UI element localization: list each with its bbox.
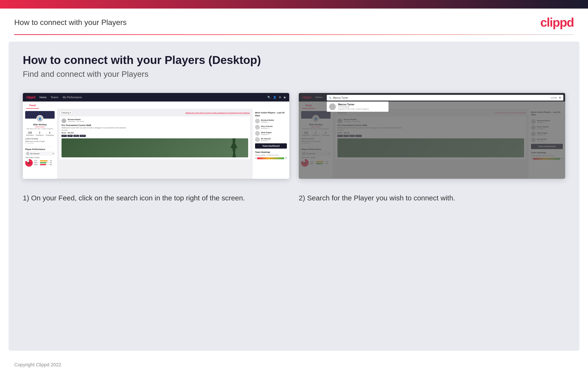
activity-avatar bbox=[61, 118, 66, 123]
control-link[interactable]: Walking the course with my coach to buil… bbox=[185, 112, 250, 114]
main-content: How to connect with your Players (Deskto… bbox=[9, 42, 579, 351]
activity-card: Richard Butler Yesterday · The Grove Pre… bbox=[60, 117, 250, 159]
following-button[interactable]: Following ▾ bbox=[60, 111, 73, 115]
activity-user-name: Richard Butler bbox=[68, 118, 84, 120]
search-overlay: 🔍 Marcus Turner CLEAR ✕ Marcus Turner 1.… bbox=[325, 94, 565, 113]
app-body-1: 👤 Blair McHarg Golf Coach Mill Ride Golf… bbox=[23, 109, 289, 179]
captions-row: 1) On your Feed, click on the search ico… bbox=[23, 193, 565, 203]
chevron-down-icon: ▾ bbox=[70, 112, 71, 114]
nav-icons: 🔍 👤 ⚙ ◉ bbox=[267, 96, 286, 99]
top-bar bbox=[0, 0, 588, 9]
activity-duration: 02 hr : 00 min bbox=[61, 132, 248, 134]
latest-activity: Latest Activity Afternoon round of golf … bbox=[25, 138, 55, 144]
screenshot-2: clippd Home Teams My Performance 🔍 👤 ⚙ ◉ bbox=[299, 93, 565, 179]
player-name-1: Richard Butler bbox=[261, 119, 274, 121]
nav-my-performance[interactable]: My Performance bbox=[63, 96, 82, 99]
score-circle: 84 bbox=[25, 159, 33, 167]
search-icon-overlay: 🔍 bbox=[329, 97, 332, 99]
stat-following: 4 Following bbox=[46, 131, 54, 136]
app-mockup-2: clippd Home Teams My Performance 🔍 👤 ⚙ ◉ bbox=[299, 93, 565, 179]
player-name-4: Eli Vincent bbox=[261, 138, 271, 140]
result-club: Cypress Point Club, United Kingdom bbox=[338, 108, 369, 110]
search-query[interactable]: Marcus Turner bbox=[333, 97, 549, 99]
right-panel-1: Most Active Players - Last 30 days Richa… bbox=[253, 109, 289, 179]
clear-button[interactable]: CLEAR bbox=[551, 97, 557, 99]
player-performance-section: Player Performance Eli Vincent ▾ Total P… bbox=[25, 147, 55, 167]
close-icon[interactable]: ✕ bbox=[559, 96, 562, 100]
result-info: Marcus Turner 1.5 Handicap Cypress Point… bbox=[338, 103, 369, 110]
footer: Copyright Clippd 2022 bbox=[0, 357, 588, 368]
page-title: How to connect with your Players bbox=[14, 18, 127, 27]
following-row: Following ▾ Walking the course with my c… bbox=[60, 111, 250, 115]
bar-arg: ARG 64 bbox=[34, 164, 52, 166]
caption-1: 1) On your Feed, click on the search ico… bbox=[23, 193, 289, 203]
main-title: How to connect with your Players (Deskto… bbox=[23, 54, 565, 66]
caption-2: 2) Search for the Player you wish to con… bbox=[299, 193, 565, 203]
golfer-silhouette bbox=[227, 138, 241, 157]
screenshots-row: clippd Home Teams My Performance 🔍 👤 ⚙ ◉… bbox=[23, 93, 565, 179]
player-activities-2: Activities: 4 bbox=[261, 128, 272, 129]
header-divider bbox=[14, 34, 574, 35]
result-name: Marcus Turner bbox=[338, 103, 369, 106]
player-info-2: Piers Parnell Activities: 4 bbox=[261, 125, 272, 129]
player-dropdown[interactable]: Eli Vincent ▾ bbox=[25, 151, 55, 156]
avatar-icon[interactable]: ◉ bbox=[284, 96, 286, 99]
left-panel-1: 👤 Blair McHarg Golf Coach Mill Ride Golf… bbox=[23, 109, 57, 179]
player-avatar-2 bbox=[255, 125, 260, 129]
nav-teams[interactable]: Teams bbox=[51, 96, 58, 99]
activity-user-info: Richard Butler Yesterday · The Grove bbox=[68, 118, 84, 123]
app-nav-1: clippd Home Teams My Performance 🔍 👤 ⚙ ◉ bbox=[23, 93, 289, 101]
player-list-item-4: Eli Vincent Activities: 1 bbox=[255, 137, 287, 142]
player-list-item-1: Richard Butler Activities: 7 bbox=[255, 119, 287, 123]
bar-app: APP 70 bbox=[34, 162, 52, 164]
heatmap-bar bbox=[257, 157, 284, 159]
stat-activities: 129 Activities bbox=[26, 131, 34, 136]
feed-tab[interactable]: Feed bbox=[26, 102, 39, 109]
player-name-3: Hiral Pujara bbox=[261, 131, 272, 134]
player-avatar-1 bbox=[255, 119, 260, 123]
result-handicap: 1.5 Handicap bbox=[338, 106, 369, 108]
player-list-item-3: Hiral Pujara Activities: 3 bbox=[255, 131, 287, 136]
player-activities-3: Activities: 3 bbox=[261, 134, 272, 135]
search-icon[interactable]: 🔍 bbox=[267, 96, 271, 99]
quality-title: Total Player Quality bbox=[25, 157, 55, 158]
activity-date: Yesterday · The Grove bbox=[68, 120, 84, 122]
tag-putt: PUTT bbox=[79, 135, 86, 137]
performance-bars: OTT 79 APP 70 bbox=[34, 160, 52, 166]
search-result[interactable]: Marcus Turner 1.5 Handicap Cypress Point… bbox=[327, 101, 388, 112]
heatmap-row: -5 +5 bbox=[255, 157, 287, 159]
activity-meta: Duration bbox=[61, 129, 248, 131]
activity-header: Richard Butler Yesterday · The Grove bbox=[61, 118, 248, 123]
player-info-1: Richard Butler Activities: 7 bbox=[261, 119, 274, 123]
activity-description: Walking the course with my coach to buil… bbox=[61, 127, 248, 129]
player-info-4: Eli Vincent Activities: 1 bbox=[261, 138, 271, 141]
screenshot-1: clippd Home Teams My Performance 🔍 👤 ⚙ ◉… bbox=[23, 93, 289, 179]
player-dropdown-avatar bbox=[26, 152, 29, 155]
player-activities-4: Activities: 1 bbox=[261, 140, 271, 141]
quality-score: 84 OTT 79 APP bbox=[25, 159, 55, 167]
middle-panel-1: Following ▾ Walking the course with my c… bbox=[57, 109, 253, 179]
settings-icon[interactable]: ⚙ bbox=[279, 96, 281, 99]
nav-home[interactable]: Home bbox=[39, 96, 46, 99]
profile-location: Mill Ride Golf Club, United Kingdom bbox=[25, 128, 55, 129]
logo: clippd bbox=[540, 15, 574, 29]
team-dashboard-button[interactable]: Team Dashboard bbox=[255, 143, 287, 148]
tag-arg: ARG bbox=[73, 135, 79, 137]
search-bar[interactable]: 🔍 Marcus Turner CLEAR ✕ bbox=[327, 95, 563, 101]
player-name-2: Piers Parnell bbox=[261, 125, 272, 128]
player-info-3: Hiral Pujara Activities: 3 bbox=[261, 131, 272, 135]
most-active-title: Most Active Players - Last 30 days bbox=[255, 111, 284, 117]
player-list-item-2: Piers Parnell Activities: 4 bbox=[255, 125, 287, 129]
profile-banner: 👤 bbox=[25, 111, 55, 119]
activity-tags: OTT APP ARG PUTT bbox=[61, 135, 248, 137]
result-avatar bbox=[329, 103, 336, 110]
most-active-header: Most Active Players - Last 30 days bbox=[255, 111, 287, 117]
profile-stats: 129 Activities 3 Followers 4 Following bbox=[25, 131, 55, 136]
person-icon[interactable]: 👤 bbox=[273, 96, 276, 99]
player-activities-1: Activities: 7 bbox=[261, 121, 274, 123]
player-avatar-4 bbox=[255, 137, 260, 142]
copyright: Copyright Clippd 2022 bbox=[14, 362, 61, 367]
tag-app: APP bbox=[67, 135, 73, 137]
tag-ott: OTT bbox=[61, 135, 67, 137]
main-subtitle: Find and connect with your Players bbox=[23, 69, 565, 79]
